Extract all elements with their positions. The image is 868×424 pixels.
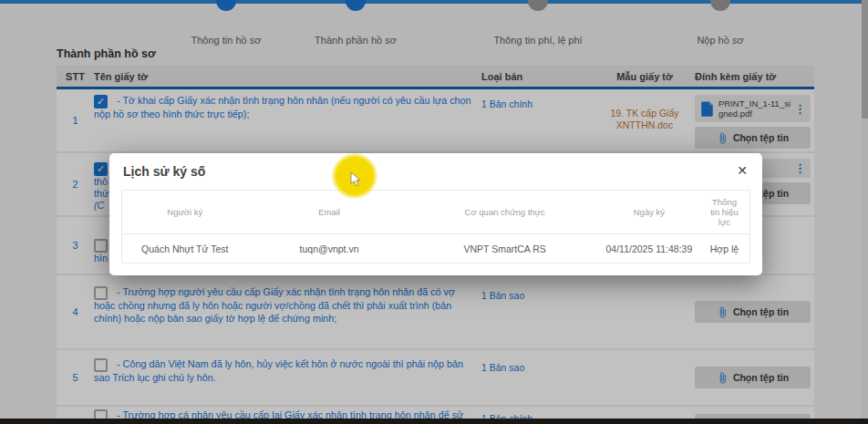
bottom-edge-bar [0, 419, 868, 424]
signature-history-modal: Lịch sử ký số ✕ Người ký Email Cơ quan c… [109, 153, 762, 275]
validity-status: Hợp lệ [699, 243, 749, 254]
signature-history-table: Người ký Email Cơ quan chứng thực Ngày k… [121, 190, 750, 264]
cursor-highlight [332, 153, 377, 199]
header-nguoi-ky: Người ký [122, 207, 248, 217]
header-hieu-luc: Thông tin hiệu lực [707, 197, 741, 227]
sign-date: 04/11/2025 11:48:39 [599, 243, 699, 254]
header-co-quan: Cơ quan chứng thực [410, 207, 598, 217]
signer-email: tuqn@vnpt.vn [248, 243, 411, 254]
signature-row: Quách Nhựt Tử Test tuqn@vnpt.vn VNPT Sma… [122, 233, 749, 264]
signature-table-header: Người ký Email Cơ quan chứng thực Ngày k… [122, 191, 749, 233]
signer-name: Quách Nhựt Tử Test [122, 243, 248, 254]
header-ngay-ky: Ngày ký [599, 207, 699, 217]
modal-title: Lịch sử ký số [123, 164, 205, 179]
header-email: Email [248, 207, 411, 217]
mouse-cursor-icon [350, 172, 363, 187]
close-icon[interactable]: ✕ [737, 163, 748, 178]
app-screen: Thông tin hồ sơ Thành phần hồ sơ Thông t… [0, 0, 868, 424]
certify-authority: VNPT SmartCA RS [410, 243, 598, 254]
